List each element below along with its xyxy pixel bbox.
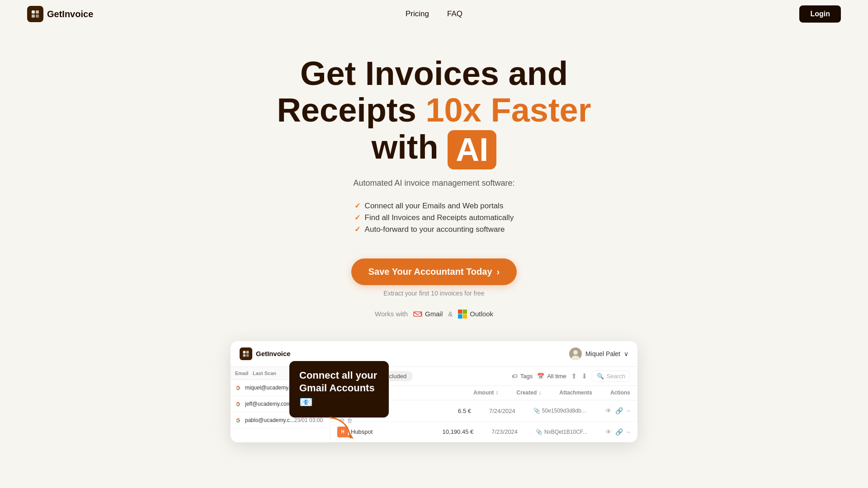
gmail-tooltip: Connect all your Gmail Accounts 📧 [289, 361, 389, 418]
dash-logo: GetInvoice [240, 347, 291, 360]
cta-label: Save Your Accountant Today [368, 267, 492, 277]
svg-rect-5 [463, 310, 467, 314]
gmail-badge: Gmail [413, 310, 443, 319]
invoice-data-1: 6.5 € 7/24/2024 📎 50e1509d3d8dbce... 👁 🔗… [458, 407, 630, 414]
dash-logo-icon [240, 347, 252, 360]
tooltip-arrow-icon [321, 415, 357, 442]
check-icon-3: ✓ [354, 225, 360, 234]
hero-title-line1: Get Invoices and [300, 55, 568, 92]
login-button[interactable]: Login [799, 5, 841, 23]
view-icon-1[interactable]: 👁 [605, 407, 612, 414]
dashboard-preview-wrapper: Connect all your Gmail Accounts 📧 GetInv… [231, 341, 637, 442]
link-icon-1[interactable]: 🔗 [615, 407, 623, 414]
upload-icon[interactable]: ⬆ [571, 372, 577, 380]
email-address-2: jeff@ucademy.com [245, 401, 291, 407]
hero-title: Get Invoices and Receipts 10x Faster wit… [240, 55, 628, 169]
cta-subtitle: Extract your first 10 invoices for free [240, 290, 628, 297]
svg-rect-7 [463, 314, 467, 319]
navbar: GetInvoice Pricing FAQ Login [0, 0, 868, 28]
attachment-icon-2: 📎 [536, 429, 542, 435]
search-icon: 🔍 [597, 373, 604, 380]
cta-button[interactable]: Save Your Accountant Today › [351, 258, 517, 285]
actions-cell-1: 👁 🔗 − [605, 407, 630, 414]
user-avatar [569, 347, 582, 360]
time-label: All time [547, 373, 566, 380]
logo-icon [27, 6, 43, 22]
svg-rect-10 [246, 351, 249, 353]
hero-ai-badge: AI [448, 130, 496, 169]
invoice-col-headers: Amount ↕ Created ↓ Attachments Actions [473, 389, 630, 396]
outlook-icon [458, 310, 467, 319]
created-1: 7/24/2024 [489, 408, 515, 414]
attachment-name-2: NxBQet1B10CF... [544, 429, 587, 435]
actions-header: Actions [610, 389, 630, 396]
tag-icon: 🏷 [512, 373, 518, 380]
svg-rect-3 [36, 14, 39, 18]
tags-filter[interactable]: 🏷 Tags [512, 373, 533, 380]
svg-rect-12 [246, 354, 249, 357]
works-with: Works with Gmail & Outlook [240, 310, 628, 319]
hero-section: Get Invoices and Receipts 10x Faster wit… [231, 28, 637, 337]
gmail-icon [413, 310, 422, 319]
nav-pricing[interactable]: Pricing [406, 9, 429, 19]
user-chevron-icon: ∨ [624, 350, 628, 357]
hero-title-line2-prefix: Receipts [277, 91, 425, 129]
cta-section: Save Your Accountant Today › Extract you… [240, 258, 628, 297]
arrow-icon: › [497, 267, 500, 277]
created-2: 7/23/2024 [491, 428, 518, 435]
svg-point-14 [573, 350, 578, 355]
col-email: Email [235, 371, 253, 376]
link-icon-2[interactable]: 🔗 [615, 428, 623, 436]
tags-label: Tags [520, 373, 533, 380]
dash-logo-text: GetInvoice [256, 350, 291, 357]
svg-rect-0 [32, 10, 35, 14]
google-icon-1 [235, 385, 241, 391]
works-with-label: Works with [375, 310, 408, 318]
attachments-header: Attachments [559, 389, 592, 396]
attachment-icon-1: 📎 [533, 408, 540, 414]
email-address-1: miquel@ucademy.... [245, 385, 294, 391]
email-cell-1: miquel@ucademy.... [235, 385, 294, 391]
nav-links: Pricing FAQ [406, 9, 462, 19]
google-icon-3 [235, 417, 241, 423]
feature-item-3: ✓ Auto-forward to your accounting softwa… [354, 225, 514, 234]
feature-text-1: Connect all your Emails and Web portals [365, 202, 504, 211]
remove-icon-1[interactable]: − [627, 407, 630, 414]
nav-faq[interactable]: FAQ [447, 9, 462, 19]
actions-cell-2: 👁 🔗 − [605, 428, 630, 436]
attachment-2: 📎 NxBQet1B10CF... [536, 429, 587, 435]
feature-item-1: ✓ Connect all your Emails and Web portal… [354, 202, 514, 211]
amp-label: & [448, 310, 453, 318]
created-header[interactable]: Created ↓ [517, 389, 542, 396]
logo-text: GetInvoice [47, 9, 93, 19]
dash-user[interactable]: Miquel Palet ∨ [569, 347, 628, 360]
google-icon-2 [235, 401, 241, 407]
svg-rect-1 [36, 10, 39, 14]
user-name: Miquel Palet [585, 350, 620, 357]
email-cell-2: jeff@ucademy.com [235, 401, 291, 407]
outlook-badge: Outlook [458, 310, 493, 319]
search-placeholder: Search [607, 373, 625, 380]
check-icon-1: ✓ [354, 202, 360, 210]
attachment-1: 📎 50e1509d3d8dbce... [533, 408, 587, 414]
view-icon-2[interactable]: 👁 [605, 428, 612, 436]
tooltip-text: Connect all your Gmail Accounts [299, 370, 377, 394]
invoice-data-2: 10,190.45 € 7/23/2024 📎 NxBQet1B10CF... … [443, 428, 630, 436]
toolbar-right: 🏷 Tags 📅 All time ⬆ ⬇ 🔍 Search [512, 371, 630, 382]
amount-header[interactable]: Amount ↕ [473, 389, 498, 396]
email-cell-3: pablo@ucademy.c... [235, 417, 294, 423]
search-bar[interactable]: 🔍 Search [592, 371, 630, 382]
remove-icon-2[interactable]: − [627, 428, 630, 436]
feature-item-2: ✓ Find all Invoices and Receipts automat… [354, 213, 514, 222]
hero-title-line3-prefix: with [372, 128, 448, 166]
email-emoji: 📧 [299, 396, 313, 408]
time-filter[interactable]: 📅 All time [537, 373, 566, 380]
hero-subtitle: Automated AI invoice management software… [240, 178, 628, 188]
email-address-3: pablo@ucademy.c... [245, 417, 294, 423]
outlook-label: Outlook [470, 310, 493, 318]
hero-title-accent: 10x Faster [425, 91, 591, 129]
download-icon[interactable]: ⬇ [581, 372, 587, 380]
logo[interactable]: GetInvoice [27, 6, 93, 22]
check-icon-2: ✓ [354, 213, 360, 222]
features-list: ✓ Connect all your Emails and Web portal… [354, 199, 514, 237]
